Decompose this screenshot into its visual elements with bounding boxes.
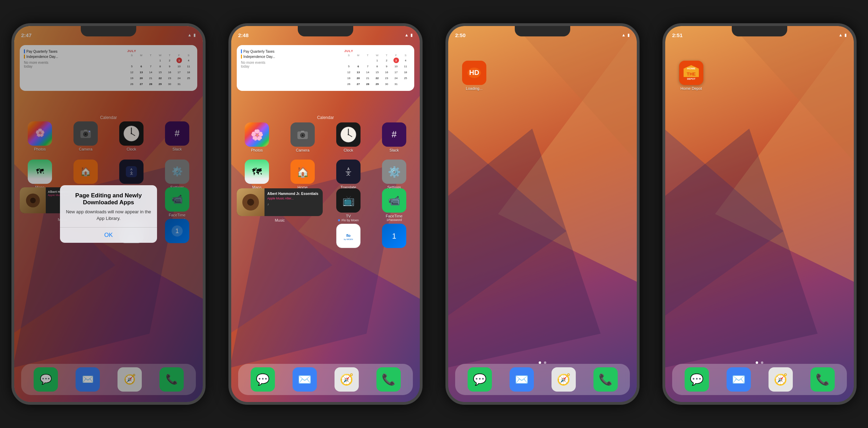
- app-tv-label-2: TV: [346, 214, 351, 218]
- notch-3: [515, 26, 570, 36]
- dock-phone-3[interactable]: 📞: [593, 367, 618, 392]
- app-slack-label-2: Slack: [390, 148, 399, 152]
- calendar-widget-2[interactable]: Pay Quarterly Taxes Independence Day... …: [237, 45, 414, 91]
- phone-2: 2:48 ▲ ▮ Pay Quarterly Taxes: [228, 23, 423, 405]
- dialog-buttons-1: OK: [60, 227, 157, 243]
- dock-safari-4[interactable]: 🧭: [769, 367, 793, 392]
- svg-marker-61: [448, 129, 566, 317]
- svg-text:A: A: [347, 167, 350, 171]
- app-clock-2[interactable]: Clock: [328, 122, 368, 152]
- cal-month-2: JULY: [344, 49, 410, 53]
- svg-rect-46: [301, 131, 304, 132]
- phone-wrapper-1: 2:47 ▲ ▮ Pay Quarterly Taxes: [0, 0, 217, 428]
- app-1pass-2[interactable]: 1: [374, 224, 414, 248]
- music-label-2: Music: [237, 218, 323, 222]
- svg-text:DEPOT: DEPOT: [687, 78, 696, 80]
- app-tv-2[interactable]: 📺 TV: [328, 188, 368, 218]
- flo-label-2: Flo by Moen: [341, 219, 359, 222]
- app-maps-2[interactable]: 🗺 Maps: [237, 160, 277, 189]
- homedepot-label-4: Home Depot: [679, 86, 703, 91]
- app-facetime-2[interactable]: 📹 FaceTime: [374, 188, 414, 218]
- battery-icon-3: ▮: [627, 33, 630, 37]
- music-subtitle-2: Apple Music Alter...: [267, 197, 320, 200]
- page-dot-2-3: [544, 361, 546, 364]
- dock-4: 💬 ✉️ 🧭 📞: [672, 364, 847, 395]
- svg-marker-68: [665, 129, 818, 368]
- music-widget-2[interactable]: Albert Hammond Jr. Essentials Apple Musi…: [237, 188, 323, 216]
- dialog-1: Page Editing and Newly Downloaded Apps N…: [60, 185, 157, 242]
- svg-text:#: #: [392, 129, 397, 139]
- status-icons-3: ▲ ▮: [622, 33, 630, 37]
- page-dot-2-4: [761, 361, 763, 364]
- phone-wrapper-3: 2:50 ▲ ▮ HD Loading...: [434, 0, 651, 428]
- row3-labels-2: Music Flo by Moen 1Password: [237, 218, 414, 222]
- phone-4-screen: 2:51 ▲ ▮ THE HO: [665, 26, 854, 402]
- wifi-icon-2: ▲: [405, 33, 409, 37]
- phone-3: 2:50 ▲ ▮ HD Loading...: [445, 23, 640, 405]
- dock-phone-2[interactable]: 📞: [376, 367, 401, 392]
- battery-icon-2: ▮: [410, 33, 413, 37]
- dock-messages-2[interactable]: 💬: [251, 367, 275, 392]
- dock-3: 💬 ✉️ 🧭 📞: [455, 364, 630, 395]
- svg-text:HOME: HOME: [687, 67, 696, 70]
- dock-safari-3[interactable]: 🧭: [552, 367, 576, 392]
- cal-no-events-2: No more events: [241, 61, 341, 65]
- status-icons-2: ▲ ▮: [405, 33, 413, 37]
- cal-event-2-2: Independence Day...: [243, 55, 275, 59]
- status-icons-4: ▲ ▮: [839, 33, 847, 37]
- svg-marker-63: [515, 26, 637, 163]
- wifi-icon-4: ▲: [839, 33, 843, 37]
- dialog-overlay-1: Page Editing and Newly Downloaded Apps N…: [14, 26, 203, 402]
- app-grid-row2-2: 🗺 Maps 🏠 Home A: [237, 160, 414, 189]
- dialog-content-1: Page Editing and Newly Downloaded Apps N…: [60, 185, 157, 227]
- dock-2: 💬 ✉️ 🧭 📞: [238, 364, 413, 395]
- app-grid-row3-2: Albert Hammond Jr. Essentials Apple Musi…: [237, 188, 414, 218]
- battery-icon-4: ▮: [844, 33, 847, 37]
- dialog-ok-button-1[interactable]: OK: [60, 228, 157, 243]
- calendar-events-2: Pay Quarterly Taxes Independence Day... …: [241, 49, 341, 87]
- dock-messages-4[interactable]: 💬: [685, 367, 709, 392]
- app-slack-2[interactable]: # Slack: [374, 122, 414, 152]
- notch-4: [732, 26, 787, 36]
- app-translate-2[interactable]: A 文 Translate: [328, 160, 368, 189]
- dock-safari-2[interactable]: 🧭: [335, 367, 359, 392]
- dock-mail-2[interactable]: ✉️: [293, 367, 317, 392]
- app-photos-2[interactable]: 🌸 Photos: [237, 122, 277, 152]
- loading-app-3[interactable]: HD Loading...: [462, 61, 486, 91]
- svg-marker-66: [715, 26, 854, 282]
- pass-label-2: 1Password: [374, 218, 414, 222]
- dock-messages-3[interactable]: 💬: [468, 367, 492, 392]
- phone-4: 2:51 ▲ ▮ THE HO: [662, 23, 857, 405]
- status-time-3: 2:50: [455, 32, 466, 38]
- svg-marker-62: [448, 129, 601, 368]
- dock-phone-4[interactable]: 📞: [810, 367, 835, 392]
- app-settings-2[interactable]: ⚙️ Settings: [374, 160, 414, 189]
- app-home-2[interactable]: 🏠 Home: [283, 160, 323, 189]
- loading-label-3: Loading...: [462, 86, 486, 91]
- homedepot-app-4[interactable]: THE HOME DEPOT Home Depot: [679, 61, 703, 91]
- svg-text:by MOEN: by MOEN: [344, 238, 353, 240]
- app-flo-2[interactable]: flo by MOEN: [328, 224, 368, 248]
- app-camera-2[interactable]: Camera: [283, 122, 323, 152]
- calendar-grid-2: JULY S M T W T F S: [344, 49, 410, 87]
- row4-2: flo by MOEN 1: [237, 224, 414, 248]
- dock-mail-4[interactable]: ✉️: [727, 367, 751, 392]
- svg-text:flo: flo: [346, 234, 350, 238]
- svg-marker-60: [498, 26, 637, 282]
- svg-text:文: 文: [346, 171, 350, 176]
- music-title-2: Albert Hammond Jr. Essentials: [267, 192, 320, 196]
- notch-1: [81, 26, 136, 36]
- notch-2: [298, 26, 353, 36]
- phone-3-screen: 2:50 ▲ ▮ HD Loading...: [448, 26, 637, 402]
- dialog-message-1: New app downloads will now appear in the…: [66, 209, 151, 221]
- svg-marker-67: [665, 129, 783, 317]
- wifi-icon-3: ▲: [622, 33, 626, 37]
- svg-text:1: 1: [392, 232, 396, 240]
- dock-mail-3[interactable]: ✉️: [510, 367, 534, 392]
- app-grid-row1-2: 🌸 Photos Camera: [237, 122, 414, 152]
- app-photos-label-2: Photos: [251, 148, 263, 152]
- status-time-4: 2:51: [672, 32, 683, 38]
- phone-1: 2:47 ▲ ▮ Pay Quarterly Taxes: [11, 23, 206, 405]
- svg-point-56: [247, 199, 254, 206]
- svg-point-45: [302, 134, 304, 136]
